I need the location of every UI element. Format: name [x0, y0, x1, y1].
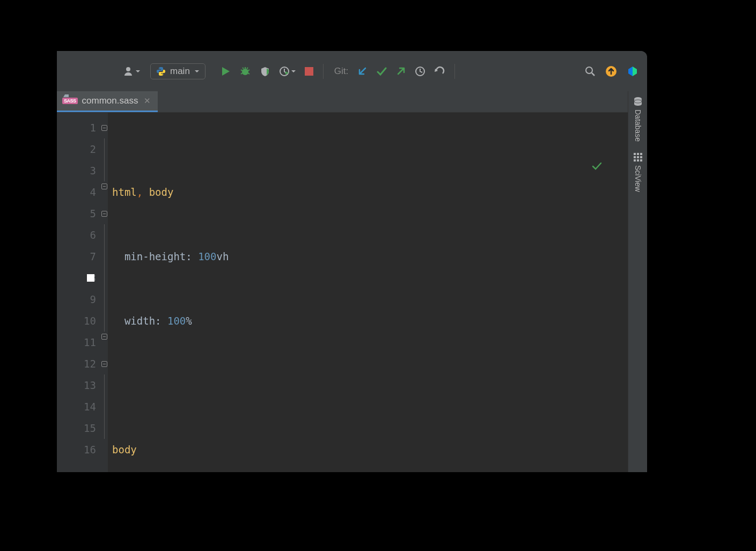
coverage-button[interactable] [258, 64, 273, 79]
line-number: 13 [57, 374, 108, 396]
line-number: 6 [57, 224, 108, 246]
editor-tabbar: SASS common.sass ✕ [57, 91, 647, 113]
fold-toggle[interactable] [101, 183, 107, 189]
ide-window: main Git: [57, 51, 647, 472]
gutter: 1 2 3 4 5 6 7 8 9 10 11 12 13 14 15 16 [57, 113, 108, 472]
line-number: 4 [57, 181, 108, 203]
profile-button[interactable] [277, 64, 298, 79]
line-number: 3 [57, 160, 108, 181]
codewithme-button[interactable] [625, 63, 641, 79]
svg-rect-18 [637, 159, 639, 161]
line-number: 5 [57, 203, 108, 224]
run-config-label: main [170, 66, 190, 77]
svg-rect-13 [640, 153, 642, 155]
color-swatch[interactable] [87, 274, 94, 282]
line-number: 15 [57, 417, 108, 439]
svg-rect-11 [634, 153, 636, 155]
database-icon [633, 97, 643, 106]
sciview-panel-label: SciView [634, 165, 642, 192]
line-number: 16 [57, 439, 108, 460]
close-icon[interactable]: ✕ [142, 96, 152, 106]
sass-file-icon: SASS [62, 98, 78, 104]
line-number: 1 [57, 117, 108, 138]
git-commit-button[interactable] [374, 64, 389, 79]
git-rollback-button[interactable] [432, 64, 447, 79]
python-icon [156, 67, 166, 76]
run-button[interactable] [218, 64, 233, 79]
fold-toggle[interactable] [101, 125, 107, 131]
database-panel-button[interactable]: Database [633, 97, 643, 142]
chevron-down-icon [194, 69, 200, 74]
svg-rect-15 [637, 156, 639, 158]
search-button[interactable] [583, 64, 598, 79]
svg-rect-14 [634, 156, 636, 158]
line-number: 7 [57, 246, 108, 267]
database-panel-label: Database [634, 109, 642, 142]
git-pull-button[interactable] [355, 64, 370, 79]
editor-area: 1 2 3 4 5 6 7 8 9 10 11 12 13 14 15 16 h… [57, 113, 647, 472]
git-push-button[interactable] [393, 64, 408, 79]
right-tool-sidebar: Database SciView [628, 91, 647, 472]
grid-icon [633, 152, 643, 162]
fold-toggle[interactable] [101, 334, 107, 340]
line-number: 12 [57, 353, 108, 374]
svg-rect-16 [640, 156, 642, 158]
editor-tab[interactable]: SASS common.sass ✕ [57, 91, 158, 112]
git-history-button[interactable] [413, 64, 428, 79]
svg-rect-2 [305, 67, 313, 76]
svg-point-4 [586, 67, 592, 74]
user-button[interactable] [121, 64, 143, 79]
sciview-panel-button[interactable]: SciView [633, 152, 643, 192]
svg-rect-17 [634, 159, 636, 161]
svg-point-0 [242, 69, 248, 75]
line-number: 2 [57, 138, 108, 160]
line-number: 11 [57, 332, 108, 353]
stop-button[interactable] [303, 65, 315, 78]
debug-button[interactable] [237, 63, 253, 79]
line-number: 8 [57, 267, 108, 289]
sync-button[interactable] [603, 63, 619, 79]
main-toolbar: main Git: [57, 51, 647, 91]
tab-filename: common.sass [82, 95, 138, 106]
separator [454, 64, 455, 79]
separator [323, 64, 324, 79]
run-config-selector[interactable]: main [150, 63, 205, 79]
svg-rect-12 [637, 153, 639, 155]
fold-toggle[interactable] [101, 211, 107, 217]
git-label: Git: [334, 66, 348, 77]
fold-toggle[interactable] [101, 361, 107, 367]
line-number: 10 [57, 310, 108, 332]
code-editor[interactable]: html, body min-height: 100vh width: 100%… [108, 113, 647, 472]
line-number: 9 [57, 289, 108, 310]
svg-rect-19 [640, 159, 642, 161]
line-number: 14 [57, 396, 108, 417]
